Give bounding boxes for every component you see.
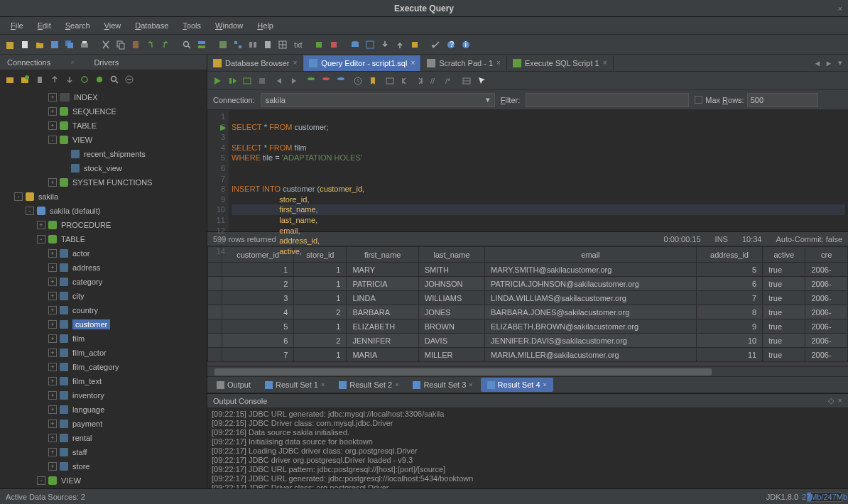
tree-node[interactable]: +film [0,332,207,346]
help-icon[interactable]: ? [445,38,457,51]
tree-node[interactable]: +customer [0,317,207,332]
new-file-icon[interactable] [18,38,31,51]
tree-node[interactable]: +SYSTEM FUNCTIONS [0,175,207,190]
console-close-icon[interactable]: × [838,396,842,405]
execute-block-icon[interactable] [226,75,239,87]
rollback-icon[interactable] [320,75,332,87]
tree-node[interactable]: +film_actor [0,346,207,360]
shift-left-icon[interactable] [398,75,411,87]
new-connection-icon[interactable] [4,38,16,51]
open-icon[interactable] [33,38,46,51]
replace-icon[interactable] [195,38,208,51]
editor-tab[interactable]: Query Editor - script1.sql× [303,55,421,71]
delete-icon[interactable] [33,73,46,86]
erd-icon[interactable] [232,38,244,51]
console-minimize-icon[interactable]: ◇ [828,396,834,405]
tree-node[interactable]: +staff [0,445,207,459]
paste-icon[interactable] [129,38,142,51]
menu-edit[interactable]: Edit [31,18,58,33]
editor-tab[interactable]: Scratch Pad - 1× [421,55,507,71]
export-result-icon[interactable] [384,75,396,87]
save-all-icon[interactable] [63,38,76,51]
menu-database[interactable]: Database [128,18,175,33]
comment-icon[interactable]: // [428,75,441,87]
undo-icon[interactable] [144,38,157,51]
uncomment-icon[interactable]: /* [443,75,456,87]
commit-icon[interactable] [305,75,317,87]
query-editor-icon[interactable] [217,38,229,51]
tab-next-icon[interactable]: ► [824,58,834,68]
grid-icon[interactable] [276,38,289,51]
compare-icon[interactable] [246,38,259,51]
stop-icon[interactable] [256,75,268,87]
tree-node[interactable]: -TABLE [0,232,207,246]
preferences-icon[interactable] [430,38,442,51]
new-conn-icon[interactable] [4,73,16,86]
connection-tree[interactable]: +INDEX+SEQUENCE+TABLE-VIEWrecent_shipmen… [0,89,207,488]
tree-node[interactable]: +payment [0,417,207,431]
tab-list-icon[interactable]: ▾ [835,58,845,68]
commit-icon[interactable] [312,38,325,51]
autocommit-icon[interactable] [335,75,347,87]
tree-node[interactable]: +language [0,402,207,417]
execute-icon[interactable] [211,75,224,87]
script-icon[interactable] [261,38,274,51]
down-icon[interactable] [63,73,76,86]
maxrows-input[interactable] [747,93,818,107]
redo-icon[interactable] [159,38,172,51]
tree-node[interactable]: +store [0,459,207,473]
print-icon[interactable] [78,38,91,51]
filter-input[interactable] [526,93,689,107]
result-tab[interactable]: Result Set 4× [481,378,553,392]
tab-connections[interactable]: Connections [1,56,56,69]
tree-node[interactable]: +actor [0,246,207,261]
menu-view[interactable]: View [97,18,129,33]
tree-node[interactable]: +city [0,289,207,303]
menu-tools[interactable]: Tools [175,18,208,33]
tree-node[interactable]: +INDEX [0,90,207,104]
new-table-icon[interactable] [364,38,376,51]
menu-window[interactable]: Window [208,18,250,33]
connection-combo[interactable]: sakila▾ [261,93,495,107]
tree-node[interactable]: +PROCEDURE [0,218,207,232]
close-icon[interactable]: × [838,4,842,13]
results-grid[interactable]: customer_idstore_idfirst_namelast_nameem… [207,246,848,366]
find-icon[interactable] [180,38,193,51]
export-icon[interactable] [393,38,406,51]
result-tab[interactable]: Output [210,378,257,392]
history-icon[interactable] [352,75,364,87]
tree-node[interactable]: +category [0,275,207,289]
tree-node[interactable]: +TABLE [0,119,207,133]
save-icon[interactable] [48,38,61,51]
search-icon[interactable] [108,73,121,86]
copy-icon[interactable] [114,38,127,51]
code-editor[interactable]: 1234567891011121314 ▶SELECT * FROM custo… [207,110,848,232]
next-icon[interactable] [288,75,300,87]
bookmarks-icon[interactable] [366,75,379,87]
result-tab[interactable]: Result Set 2× [332,378,405,392]
tree-node[interactable]: +film_text [0,374,207,388]
editor-tab[interactable]: Execute SQL Script 1× [507,55,614,71]
new-folder-icon[interactable] [18,73,31,86]
prev-icon[interactable] [273,75,286,87]
tree-node[interactable]: +inventory [0,388,207,402]
tree-node[interactable]: recent_shipments [0,147,207,161]
tree-node[interactable]: +country [0,303,207,317]
menu-file[interactable]: File [4,18,31,33]
tree-node[interactable]: +film_category [0,360,207,374]
tree-node[interactable]: -sakila (default) [0,204,207,218]
tab-drivers[interactable]: Drivers [88,56,124,69]
text-icon[interactable]: txt [291,38,304,51]
tree-node[interactable]: stock_view [0,161,207,175]
result-tab[interactable]: Result Set 3× [406,378,479,392]
tree-node[interactable]: -VIEW [0,133,207,147]
maxrows-checkbox[interactable] [695,96,702,104]
shift-right-icon[interactable] [413,75,426,87]
tree-node[interactable]: -VIEW [0,473,207,488]
cursor-icon[interactable] [475,75,488,87]
results-scrollbar[interactable] [207,366,848,376]
menu-help[interactable]: Help [250,18,281,33]
tab-prev-icon[interactable]: ◄ [812,58,822,68]
menu-search[interactable]: Search [58,18,97,33]
rollback-icon[interactable] [327,38,340,51]
